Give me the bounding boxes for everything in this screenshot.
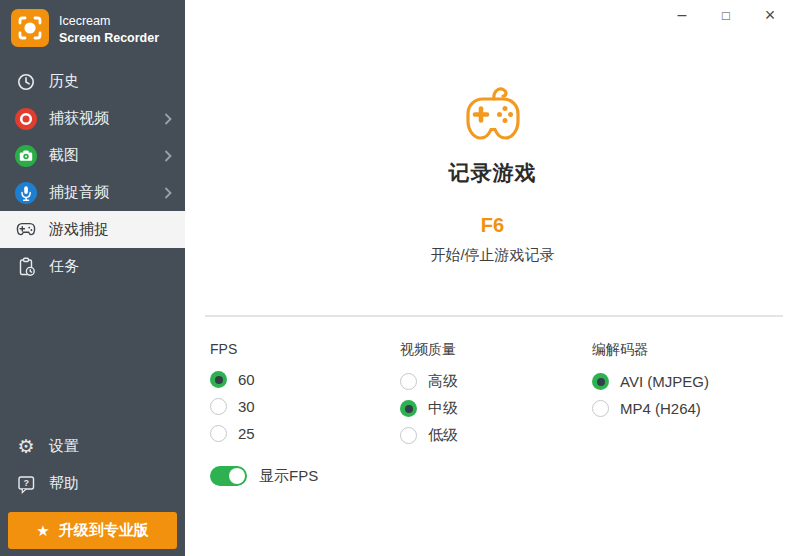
settings-divider	[205, 315, 783, 317]
sidebar-spacer	[0, 285, 185, 428]
minimize-button[interactable]: –	[660, 0, 704, 30]
history-clock-icon	[14, 70, 38, 94]
show-fps-label: 显示FPS	[259, 467, 318, 486]
sidebar-item-capture-video[interactable]: 捕获视频	[0, 100, 185, 137]
capture-audio-mic-icon	[14, 181, 38, 205]
hotkey-hint: 开始/停止游戏记录	[185, 246, 800, 265]
maximize-icon: □	[722, 8, 730, 23]
app-logo-icon	[11, 9, 49, 51]
main-panel: – □ × 记录游戏 F6 开始/停止游戏记录 FPS 60	[185, 0, 800, 556]
radio-fps-25[interactable]: 25	[210, 420, 400, 447]
radio-quality-low[interactable]: 低级	[400, 422, 592, 449]
gamepad-icon	[460, 86, 526, 152]
sidebar-item-label: 历史	[49, 72, 79, 91]
sidebar-item-help[interactable]: ? 帮助	[0, 465, 185, 502]
radio-label: AVI (MJPEG)	[620, 373, 709, 390]
close-icon: ×	[765, 5, 776, 26]
radio-label: 25	[238, 425, 255, 442]
sidebar-item-label: 捕获视频	[49, 109, 109, 128]
sidebar-item-label: 设置	[49, 437, 79, 456]
upgrade-button-label: 升级到专业版	[59, 521, 149, 540]
radio-icon[interactable]	[210, 425, 227, 442]
show-fps-toggle[interactable]	[210, 466, 247, 486]
upgrade-to-pro-button[interactable]: ★ 升级到专业版	[8, 512, 177, 549]
page-title: 记录游戏	[185, 159, 800, 187]
chevron-right-icon	[164, 113, 172, 125]
radio-codec-avi-mjpeg[interactable]: AVI (MJPEG)	[592, 368, 792, 395]
radio-fps-60[interactable]: 60	[210, 366, 400, 393]
radio-label: 中级	[428, 399, 458, 418]
radio-icon[interactable]	[210, 398, 227, 415]
app-title: Icecream Screen Recorder	[59, 13, 159, 47]
fps-group: FPS 60 30 25	[210, 341, 400, 449]
sidebar-item-label: 捕捉音频	[49, 183, 109, 202]
radio-fps-30[interactable]: 30	[210, 393, 400, 420]
radio-codec-mp4-h264[interactable]: MP4 (H264)	[592, 395, 792, 422]
sidebar-item-tasks[interactable]: 任务	[0, 248, 185, 285]
codec-group: 编解码器 AVI (MJPEG) MP4 (H264)	[592, 341, 792, 449]
radio-quality-medium[interactable]: 中级	[400, 395, 592, 422]
chevron-right-icon	[164, 187, 172, 199]
minimize-icon: –	[678, 6, 687, 24]
settings-panel: FPS 60 30 25 视频质量 高级 中级	[210, 341, 792, 449]
settings-gear-icon: ⚙	[14, 435, 38, 459]
svg-text:?: ?	[23, 478, 29, 488]
maximize-button[interactable]: □	[704, 0, 748, 30]
fps-group-label: FPS	[210, 341, 400, 357]
game-record-hero: 记录游戏 F6 开始/停止游戏记录	[185, 0, 800, 265]
tasks-clipboard-icon	[14, 255, 38, 279]
radio-icon[interactable]	[592, 400, 609, 417]
sidebar-item-label: 截图	[49, 146, 79, 165]
chevron-right-icon	[164, 150, 172, 162]
show-fps-row: 显示FPS	[210, 466, 318, 486]
toggle-knob	[229, 468, 245, 484]
sidebar-footer-menu: ⚙ 设置 ? 帮助	[0, 428, 185, 502]
brand-line2: Screen Recorder	[59, 30, 159, 47]
sidebar-item-label: 游戏捕捉	[49, 220, 109, 239]
radio-icon[interactable]	[592, 373, 609, 390]
window-controls: – □ ×	[660, 0, 792, 30]
radio-icon[interactable]	[210, 371, 227, 388]
star-icon: ★	[36, 522, 49, 540]
screenshot-camera-icon	[14, 144, 38, 168]
app-brand: Icecream Screen Recorder	[0, 0, 185, 59]
help-bubble-icon: ?	[14, 472, 38, 496]
codec-group-label: 编解码器	[592, 341, 792, 359]
sidebar-item-capture-audio[interactable]: 捕捉音频	[0, 174, 185, 211]
sidebar-item-screenshot[interactable]: 截图	[0, 137, 185, 174]
radio-quality-high[interactable]: 高级	[400, 368, 592, 395]
sidebar-item-label: 帮助	[49, 474, 79, 493]
radio-label: 高级	[428, 372, 458, 391]
sidebar-item-game-capture[interactable]: 游戏捕捉	[0, 211, 185, 248]
sidebar-item-settings[interactable]: ⚙ 设置	[0, 428, 185, 465]
radio-label: 低级	[428, 426, 458, 445]
video-quality-group-label: 视频质量	[400, 341, 592, 359]
radio-icon[interactable]	[400, 400, 417, 417]
hotkey-label: F6	[185, 214, 800, 237]
radio-icon[interactable]	[400, 427, 417, 444]
radio-icon[interactable]	[400, 373, 417, 390]
sidebar-menu: 历史 捕获视频	[0, 63, 185, 285]
game-capture-gamepad-icon	[14, 218, 38, 242]
sidebar: Icecream Screen Recorder 历史 捕获视频	[0, 0, 185, 556]
sidebar-item-history[interactable]: 历史	[0, 63, 185, 100]
video-quality-group: 视频质量 高级 中级 低级	[400, 341, 592, 449]
sidebar-item-label: 任务	[49, 257, 79, 276]
radio-label: MP4 (H264)	[620, 400, 701, 417]
record-video-icon	[14, 107, 38, 131]
radio-label: 30	[238, 398, 255, 415]
radio-label: 60	[238, 371, 255, 388]
brand-line1: Icecream	[59, 13, 159, 30]
close-button[interactable]: ×	[748, 0, 792, 30]
